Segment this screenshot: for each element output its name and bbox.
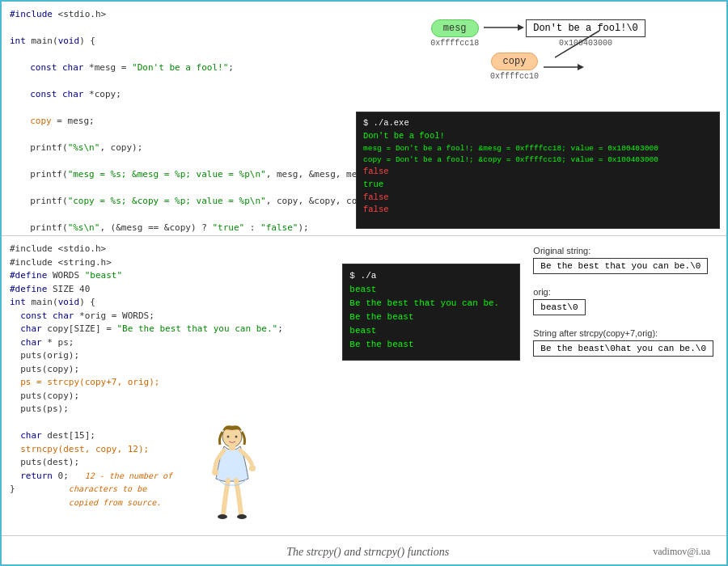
original-string-label: Original string: — [533, 246, 713, 256]
bcode-10: puts(copy); — [10, 364, 79, 374]
top-section: #include <stdio.h> int main(void) { cons… — [2, 2, 726, 236]
pointer-diagram: mesg 0xffffcc18 Don't be a fool!\0 0x100… — [356, 8, 720, 105]
code-line-2: int main(void) { — [10, 35, 341, 49]
original-string-value: Be the best that you can be.\0 — [533, 258, 708, 274]
bcode-3: #define WORDS "beast" — [10, 270, 122, 281]
bcode-8: char * ps; — [10, 337, 74, 348]
bt-line-2: Be the best that you can be. — [349, 297, 513, 310]
terminal-line-6: false — [363, 192, 713, 205]
bt-line-3: Be the beast — [349, 310, 513, 324]
after-strcpy-value: Be the beast\0hat you can be.\0 — [533, 340, 713, 357]
bcode-15: strncpy(dest, copy, 12); — [10, 444, 149, 454]
terminal-prompt: $ ./a.exe — [363, 117, 713, 130]
bcode-16: puts(dest); — [10, 457, 79, 467]
terminal-line-2: mesg = Don't be a fool!; &mesg = 0xffffc… — [363, 143, 713, 154]
svg-line-4 — [555, 31, 599, 57]
bcode-14: char dest[15]; — [10, 430, 95, 441]
bcode-4: #define SIZE 40 — [10, 284, 90, 294]
terminal-line-3: copy = Don't be a fool!; &copy = 0xffffc… — [363, 154, 713, 166]
footer: The strcpy() and strncpy() functions vad… — [2, 535, 726, 566]
svg-marker-3 — [578, 64, 584, 70]
top-code-panel: #include <stdio.h> int main(void) { cons… — [2, 2, 349, 235]
svg-point-8 — [249, 465, 256, 471]
bcode-17: return 0; 12 - the number of — [10, 471, 172, 481]
svg-marker-1 — [518, 24, 524, 31]
code-line-9: printf("%s\n", (&mesg == &copy) ? "true"… — [10, 222, 341, 235]
bcode-18: } characters to be — [10, 484, 146, 494]
bottom-section: #include <stdio.h> #include <string.h> #… — [2, 236, 726, 535]
copy-addr: 0xffffcc10 — [490, 72, 539, 81]
bcode-13: puts(ps); — [10, 403, 69, 414]
bcode-6: const char *orig = WORDS; — [10, 310, 154, 321]
svg-point-10 — [237, 514, 247, 519]
bottom-right-panel: $ ./a beast Be the best that you can be.… — [336, 236, 726, 535]
bottom-code-panel: #include <stdio.h> #include <string.h> #… — [2, 236, 336, 535]
code-line-4: const char *copy; — [10, 88, 341, 102]
bcode-12: puts(copy); — [10, 391, 79, 401]
bottom-prompt: $ ./a — [349, 269, 513, 283]
svg-point-11 — [227, 436, 230, 438]
code-line-8: printf("copy = %s; &copy = %p; value = %… — [10, 195, 341, 209]
bcode-7: char copy[SIZE] = "Be the best that you … — [10, 323, 283, 334]
svg-point-12 — [235, 436, 238, 438]
bt-line-1: beast — [349, 283, 513, 297]
code-line-6: printf("%s\n", copy); — [10, 142, 341, 155]
bcode-2: #include <string.h> — [10, 257, 112, 268]
terminal-line-4: false — [363, 166, 713, 179]
svg-rect-6 — [229, 446, 235, 450]
code-line-5: copy = mesg; — [10, 115, 341, 129]
mesg-pill: mesg — [431, 19, 479, 37]
girl-illustration — [196, 422, 269, 527]
terminal-line-5: true — [363, 179, 713, 192]
copy-arrow — [544, 61, 584, 73]
footer-email: vadimov@i.ua — [653, 546, 710, 558]
string-diagram: Original string: Be the best that you ca… — [527, 239, 720, 371]
bcode-9: puts(orig); — [10, 350, 79, 361]
top-right-panel: mesg 0xffffcc18 Don't be a fool!\0 0x100… — [349, 2, 726, 235]
mesg-arrow — [484, 22, 524, 33]
bt-line-4: beast — [349, 324, 513, 338]
bt-line-5: Be the beast — [349, 338, 513, 352]
orig-value: beast\0 — [533, 299, 585, 315]
bottom-terminal: $ ./a beast Be the best that you can be.… — [342, 264, 520, 361]
code-line-1: #include <stdio.h> — [10, 8, 341, 22]
terminal-line-1: Don't be a fool! — [363, 130, 713, 143]
bcode-5: int main(void) { — [10, 297, 95, 307]
code-line-7: printf("mesg = %s; &mesg = %p; value = %… — [10, 168, 341, 182]
orig-label: orig: — [533, 287, 713, 297]
bottom-mid-row: $ ./a beast Be the best that you can be.… — [342, 239, 720, 371]
bcode-19: copied from source. — [10, 497, 161, 508]
footer-title: The strcpy() and strncpy() functions — [286, 546, 449, 559]
after-strcpy-label: String after strcpy(copy+7,orig): — [533, 328, 713, 338]
copy-diagonal-arrow — [555, 27, 603, 59]
terminal-line-7: false — [363, 204, 713, 217]
bcode-11: ps = strcpy(copy+7, orig); — [10, 377, 159, 387]
top-terminal: $ ./a.exe Don't be a fool! mesg = Don't … — [356, 112, 720, 229]
svg-point-9 — [218, 514, 227, 519]
copy-pill: copy — [491, 53, 539, 70]
bcode-blank — [10, 417, 15, 428]
mesg-addr: 0xffffcc18 — [430, 39, 479, 48]
bcode-1: #include <stdio.h> — [10, 243, 106, 254]
svg-point-7 — [212, 469, 218, 475]
code-line-3: const char *mesg = "Don't be a fool!"; — [10, 61, 341, 75]
